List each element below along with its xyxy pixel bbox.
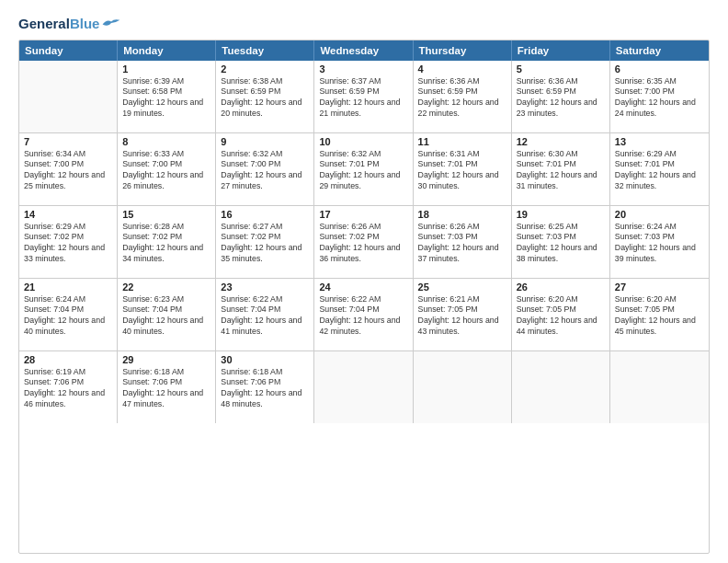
calendar-cell: 6Sunrise: 6:35 AMSunset: 7:00 PMDaylight… — [610, 61, 709, 132]
sunrise-text: Sunrise: 6:29 AM — [24, 222, 112, 233]
logo-icon — [101, 17, 121, 29]
calendar-cell: 23Sunrise: 6:22 AMSunset: 7:04 PMDayligh… — [216, 279, 314, 350]
sunrise-text: Sunrise: 6:24 AM — [24, 294, 112, 305]
sunrise-text: Sunrise: 6:28 AM — [122, 222, 210, 233]
sunrise-text: Sunrise: 6:21 AM — [418, 294, 506, 305]
day-number: 20 — [615, 209, 704, 220]
daylight-text: Daylight: 12 hours and 44 minutes. — [517, 316, 605, 338]
calendar-cell: 5Sunrise: 6:36 AMSunset: 6:59 PMDaylight… — [512, 61, 610, 132]
sunrise-text: Sunrise: 6:19 AM — [24, 367, 112, 378]
sunset-text: Sunset: 7:06 PM — [122, 377, 210, 388]
daylight-text: Daylight: 12 hours and 20 minutes. — [221, 98, 309, 120]
sunrise-text: Sunrise: 6:30 AM — [517, 149, 605, 160]
sunset-text: Sunset: 6:59 PM — [221, 86, 309, 98]
sunrise-text: Sunrise: 6:20 AM — [615, 294, 704, 305]
calendar-cell — [512, 351, 610, 423]
daylight-text: Daylight: 12 hours and 40 minutes. — [24, 316, 112, 338]
sunset-text: Sunset: 7:00 PM — [24, 159, 112, 170]
day-number: 5 — [517, 63, 605, 75]
sunset-text: Sunset: 7:02 PM — [221, 232, 309, 243]
sunset-text: Sunset: 7:01 PM — [418, 159, 506, 170]
daylight-text: Daylight: 12 hours and 40 minutes. — [122, 316, 210, 338]
calendar-cell: 12Sunrise: 6:30 AMSunset: 7:01 PMDayligh… — [512, 133, 610, 205]
header-day-thursday: Thursday — [414, 40, 512, 61]
sunrise-text: Sunrise: 6:37 AM — [319, 76, 407, 87]
sunset-text: Sunset: 7:03 PM — [615, 232, 704, 243]
day-number: 23 — [221, 282, 309, 293]
calendar-header: SundayMondayTuesdayWednesdayThursdayFrid… — [19, 40, 709, 61]
calendar-row: 21Sunrise: 6:24 AMSunset: 7:04 PMDayligh… — [19, 279, 709, 351]
daylight-text: Daylight: 12 hours and 19 minutes. — [122, 98, 210, 120]
daylight-text: Daylight: 12 hours and 48 minutes. — [221, 388, 309, 410]
sunset-text: Sunset: 6:58 PM — [122, 86, 210, 98]
day-number: 27 — [615, 282, 704, 293]
calendar-cell: 18Sunrise: 6:26 AMSunset: 7:03 PMDayligh… — [414, 206, 512, 278]
calendar-cell: 14Sunrise: 6:29 AMSunset: 7:02 PMDayligh… — [19, 206, 118, 278]
daylight-text: Daylight: 12 hours and 30 minutes. — [418, 170, 506, 192]
calendar-cell: 7Sunrise: 6:34 AMSunset: 7:00 PMDaylight… — [19, 133, 118, 205]
daylight-text: Daylight: 12 hours and 21 minutes. — [319, 98, 407, 120]
day-number: 7 — [24, 136, 112, 147]
day-number: 10 — [319, 136, 407, 147]
calendar-row: 7Sunrise: 6:34 AMSunset: 7:00 PMDaylight… — [19, 133, 709, 206]
sunrise-text: Sunrise: 6:23 AM — [122, 294, 210, 305]
sunset-text: Sunset: 6:59 PM — [517, 86, 605, 98]
day-number: 13 — [615, 136, 704, 147]
day-number: 9 — [221, 136, 309, 147]
sunrise-text: Sunrise: 6:35 AM — [615, 76, 704, 87]
day-number: 8 — [122, 136, 210, 147]
sunrise-text: Sunrise: 6:27 AM — [221, 222, 309, 233]
day-number: 28 — [24, 354, 112, 365]
calendar-row: 1Sunrise: 6:39 AMSunset: 6:58 PMDaylight… — [19, 61, 709, 133]
daylight-text: Daylight: 12 hours and 25 minutes. — [24, 170, 112, 192]
sunset-text: Sunset: 7:06 PM — [221, 377, 309, 388]
day-number: 11 — [418, 136, 506, 147]
sunrise-text: Sunrise: 6:36 AM — [517, 76, 605, 87]
daylight-text: Daylight: 12 hours and 26 minutes. — [122, 170, 210, 192]
daylight-text: Daylight: 12 hours and 39 minutes. — [615, 243, 704, 265]
calendar-cell: 13Sunrise: 6:29 AMSunset: 7:01 PMDayligh… — [610, 133, 709, 205]
calendar-cell: 11Sunrise: 6:31 AMSunset: 7:01 PMDayligh… — [414, 133, 512, 205]
calendar-cell — [414, 351, 512, 423]
sunrise-text: Sunrise: 6:18 AM — [221, 367, 309, 378]
day-number: 30 — [221, 354, 309, 365]
sunset-text: Sunset: 7:00 PM — [615, 86, 704, 98]
header-day-saturday: Saturday — [610, 40, 709, 61]
sunrise-text: Sunrise: 6:33 AM — [122, 149, 210, 160]
sunset-text: Sunset: 7:05 PM — [517, 304, 605, 316]
sunset-text: Sunset: 7:04 PM — [24, 304, 112, 316]
daylight-text: Daylight: 12 hours and 45 minutes. — [615, 316, 704, 338]
calendar-cell: 29Sunrise: 6:18 AMSunset: 7:06 PMDayligh… — [118, 351, 216, 423]
day-number: 12 — [517, 136, 605, 147]
page: GeneralBlue SundayMondayTuesdayWednesday… — [0, 0, 728, 563]
day-number: 25 — [418, 282, 506, 293]
calendar-cell: 3Sunrise: 6:37 AMSunset: 6:59 PMDaylight… — [314, 61, 413, 132]
daylight-text: Daylight: 12 hours and 43 minutes. — [418, 316, 506, 338]
calendar-cell: 17Sunrise: 6:26 AMSunset: 7:02 PMDayligh… — [314, 206, 413, 278]
sunset-text: Sunset: 7:02 PM — [24, 232, 112, 243]
sunset-text: Sunset: 7:05 PM — [615, 304, 704, 316]
sunrise-text: Sunrise: 6:24 AM — [615, 222, 704, 233]
calendar-row: 28Sunrise: 6:19 AMSunset: 7:06 PMDayligh… — [19, 351, 709, 423]
day-number: 19 — [517, 209, 605, 220]
day-number: 4 — [418, 63, 506, 75]
calendar-cell — [314, 351, 413, 423]
calendar-cell: 9Sunrise: 6:32 AMSunset: 7:00 PMDaylight… — [216, 133, 314, 205]
calendar-cell: 24Sunrise: 6:22 AMSunset: 7:04 PMDayligh… — [314, 279, 413, 350]
sunset-text: Sunset: 7:04 PM — [319, 304, 407, 316]
calendar-row: 14Sunrise: 6:29 AMSunset: 7:02 PMDayligh… — [19, 206, 709, 279]
sunset-text: Sunset: 7:06 PM — [24, 377, 112, 388]
day-number: 15 — [122, 209, 210, 220]
daylight-text: Daylight: 12 hours and 41 minutes. — [221, 316, 309, 338]
sunset-text: Sunset: 6:59 PM — [319, 86, 407, 98]
daylight-text: Daylight: 12 hours and 34 minutes. — [122, 243, 210, 265]
daylight-text: Daylight: 12 hours and 27 minutes. — [221, 170, 309, 192]
calendar-cell: 26Sunrise: 6:20 AMSunset: 7:05 PMDayligh… — [512, 279, 610, 350]
daylight-text: Daylight: 12 hours and 23 minutes. — [517, 98, 605, 120]
sunrise-text: Sunrise: 6:22 AM — [221, 294, 309, 305]
header: GeneralBlue — [18, 17, 710, 32]
sunset-text: Sunset: 7:02 PM — [319, 232, 407, 243]
daylight-text: Daylight: 12 hours and 35 minutes. — [221, 243, 309, 265]
calendar-cell: 15Sunrise: 6:28 AMSunset: 7:02 PMDayligh… — [118, 206, 216, 278]
sunrise-text: Sunrise: 6:32 AM — [221, 149, 309, 160]
